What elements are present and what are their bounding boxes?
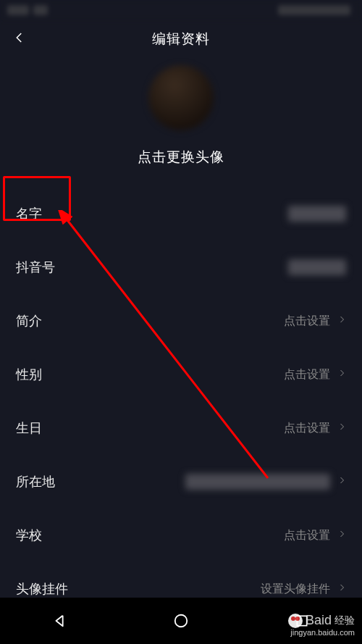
row-value: 点击设置: [284, 367, 330, 382]
row-label: 生日: [16, 419, 42, 437]
row-location[interactable]: 所在地: [0, 455, 362, 509]
row-value-container: [185, 474, 346, 490]
nav-home-button[interactable]: [172, 611, 190, 630]
row-label: 简介: [16, 312, 42, 330]
row-value-container: 点击设置: [284, 313, 346, 329]
row-name[interactable]: 名字: [0, 187, 362, 241]
chevron-right-icon: [337, 420, 346, 436]
row-bio[interactable]: 简介 点击设置: [0, 294, 362, 348]
row-value-container: 设置头像挂件: [261, 581, 346, 597]
chevron-right-icon: [337, 581, 346, 597]
row-label: 抖音号: [16, 259, 55, 276]
row-value-container: [288, 206, 346, 222]
paw-icon: [288, 614, 303, 628]
watermark: Baid 经验 jingyan.baidu.com: [288, 613, 355, 637]
row-birthday[interactable]: 生日 点击设置: [0, 401, 362, 455]
watermark-url: jingyan.baidu.com: [290, 628, 355, 637]
status-bar: [0, 0, 362, 20]
chevron-right-icon: [337, 367, 346, 382]
row-label: 学校: [16, 527, 42, 544]
row-value: 设置头像挂件: [261, 582, 330, 597]
row-value-container: [288, 259, 346, 275]
row-douyin-id[interactable]: 抖音号: [0, 241, 362, 294]
row-value-container: 点击设置: [284, 367, 346, 382]
row-label: 名字: [16, 205, 42, 222]
row-value: 点击设置: [284, 528, 330, 543]
row-value-blurred: [288, 259, 346, 275]
avatar-hint: 点击更换头像: [138, 148, 224, 167]
chevron-right-icon: [337, 474, 346, 490]
avatar-section[interactable]: 点击更换头像: [0, 65, 362, 167]
row-value-container: 点击设置: [284, 420, 346, 436]
row-school[interactable]: 学校 点击设置: [0, 509, 362, 562]
profile-list: 名字 抖音号 简介 点击设置 性别 点击设置 生日 点击设置 所在地: [0, 187, 362, 616]
page-title: 编辑资料: [152, 30, 210, 49]
row-value: 点击设置: [284, 314, 330, 329]
chevron-right-icon: [337, 527, 346, 543]
chevron-right-icon: [337, 313, 346, 329]
watermark-brand: Baid: [306, 613, 332, 628]
back-button[interactable]: [6, 20, 33, 58]
row-label: 头像挂件: [16, 580, 68, 598]
watermark-suffix: 经验: [334, 614, 355, 627]
row-value-container: 点击设置: [284, 527, 346, 543]
row-label: 性别: [16, 366, 42, 383]
avatar[interactable]: [148, 65, 214, 130]
header: 编辑资料: [0, 20, 362, 58]
row-value-blurred: [288, 206, 346, 222]
row-value: 点击设置: [284, 421, 330, 436]
svg-point-1: [175, 615, 188, 627]
row-label: 所在地: [16, 473, 55, 490]
chevron-left-icon: [13, 31, 26, 47]
row-value-blurred: [185, 474, 330, 490]
nav-back-button[interactable]: [51, 611, 70, 630]
row-gender[interactable]: 性别 点击设置: [0, 348, 362, 401]
